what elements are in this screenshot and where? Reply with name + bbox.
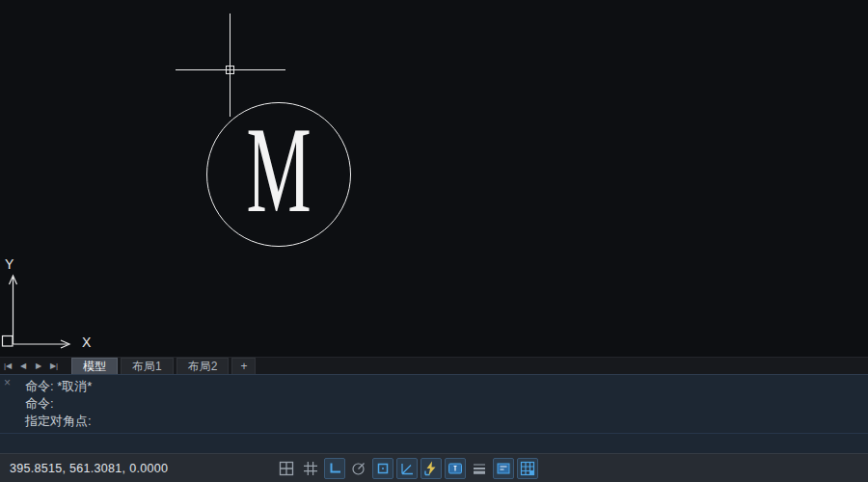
command-history-line: 命令: (0, 395, 868, 413)
command-history-line: 指定对角点: (0, 413, 868, 430)
command-history-line: 命令: *取消* (0, 378, 868, 395)
first-tab-button[interactable]: |◀ (0, 358, 15, 374)
dynamic-input-icon[interactable] (445, 458, 466, 479)
drawn-circle-entity[interactable]: M (206, 102, 351, 247)
command-input-line[interactable]: 命令: (0, 433, 868, 453)
status-toggle-group (276, 458, 538, 479)
tab-layout2[interactable]: 布局2 (176, 358, 230, 374)
lineweight-icon[interactable] (469, 458, 490, 479)
pickbox-square (226, 66, 234, 74)
coordinates-readout[interactable]: 395.8515, 561.3081, 0.0000 (10, 462, 168, 475)
polar-tracking-icon[interactable] (348, 458, 369, 479)
last-tab-button[interactable]: ▶| (46, 358, 62, 374)
object-snap-icon[interactable] (372, 458, 393, 479)
close-command-panel-icon[interactable]: × (4, 377, 11, 388)
annotation-monitor-icon[interactable] (517, 458, 538, 479)
prev-tab-button[interactable]: ◀ (15, 358, 31, 374)
object-snap-tracking-icon[interactable] (396, 458, 418, 479)
dynamic-ucs-icon[interactable] (420, 458, 442, 479)
snap-mode-icon[interactable] (276, 458, 297, 479)
tab-layout1[interactable]: 布局1 (121, 358, 174, 374)
tab-model[interactable]: 模型 (71, 358, 118, 374)
ucs-x-axis-label: X (82, 335, 91, 350)
layout-tab-bar: |◀ ◀ ▶ ▶| 模型 布局1 布局2 + (0, 357, 868, 374)
drawn-text-entity[interactable]: M (246, 110, 311, 231)
grid-display-icon[interactable] (300, 458, 321, 479)
command-panel: × 命令: *取消* 命令: 指定对角点: 命令: (0, 374, 868, 453)
ucs-y-axis-label: Y (5, 256, 14, 272)
quick-properties-icon[interactable] (493, 458, 514, 479)
drawing-canvas[interactable]: M Y X (0, 0, 868, 357)
status-bar: 395.8515, 561.3081, 0.0000 (0, 453, 868, 482)
add-layout-tab-button[interactable]: + (231, 358, 256, 374)
next-tab-button[interactable]: ▶ (31, 358, 46, 374)
ortho-mode-icon[interactable] (324, 458, 345, 479)
